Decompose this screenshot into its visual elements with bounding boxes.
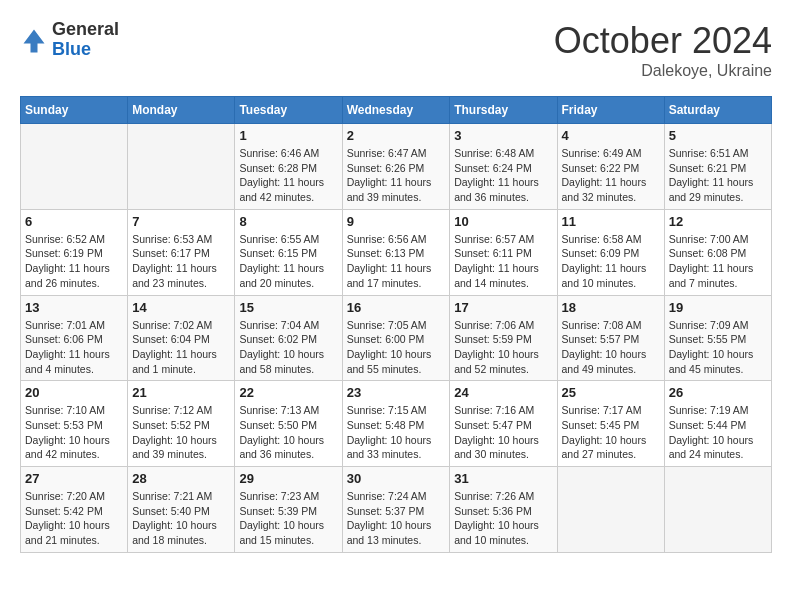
day-number: 6 — [25, 214, 123, 229]
day-number: 13 — [25, 300, 123, 315]
column-header-wednesday: Wednesday — [342, 97, 450, 124]
day-number: 11 — [562, 214, 660, 229]
column-header-sunday: Sunday — [21, 97, 128, 124]
day-number: 3 — [454, 128, 552, 143]
calendar-cell: 23Sunrise: 7:15 AM Sunset: 5:48 PM Dayli… — [342, 381, 450, 467]
day-info: Sunrise: 7:16 AM Sunset: 5:47 PM Dayligh… — [454, 403, 552, 462]
day-number: 24 — [454, 385, 552, 400]
day-number: 2 — [347, 128, 446, 143]
calendar-cell: 31Sunrise: 7:26 AM Sunset: 5:36 PM Dayli… — [450, 467, 557, 553]
calendar-cell: 22Sunrise: 7:13 AM Sunset: 5:50 PM Dayli… — [235, 381, 342, 467]
calendar-cell — [21, 124, 128, 210]
day-number: 7 — [132, 214, 230, 229]
calendar-week-row: 13Sunrise: 7:01 AM Sunset: 6:06 PM Dayli… — [21, 295, 772, 381]
day-number: 22 — [239, 385, 337, 400]
calendar-cell: 19Sunrise: 7:09 AM Sunset: 5:55 PM Dayli… — [664, 295, 771, 381]
day-number: 28 — [132, 471, 230, 486]
calendar-week-row: 1Sunrise: 6:46 AM Sunset: 6:28 PM Daylig… — [21, 124, 772, 210]
calendar-cell: 1Sunrise: 6:46 AM Sunset: 6:28 PM Daylig… — [235, 124, 342, 210]
calendar-cell: 15Sunrise: 7:04 AM Sunset: 6:02 PM Dayli… — [235, 295, 342, 381]
calendar-cell: 4Sunrise: 6:49 AM Sunset: 6:22 PM Daylig… — [557, 124, 664, 210]
calendar-cell — [557, 467, 664, 553]
page-header: General Blue October 2024 Dalekoye, Ukra… — [20, 20, 772, 80]
logo-icon — [20, 26, 48, 54]
day-number: 1 — [239, 128, 337, 143]
day-info: Sunrise: 6:48 AM Sunset: 6:24 PM Dayligh… — [454, 146, 552, 205]
calendar-cell: 24Sunrise: 7:16 AM Sunset: 5:47 PM Dayli… — [450, 381, 557, 467]
day-info: Sunrise: 6:49 AM Sunset: 6:22 PM Dayligh… — [562, 146, 660, 205]
day-number: 20 — [25, 385, 123, 400]
day-info: Sunrise: 7:17 AM Sunset: 5:45 PM Dayligh… — [562, 403, 660, 462]
calendar-table: SundayMondayTuesdayWednesdayThursdayFrid… — [20, 96, 772, 553]
day-number: 27 — [25, 471, 123, 486]
day-info: Sunrise: 7:13 AM Sunset: 5:50 PM Dayligh… — [239, 403, 337, 462]
day-info: Sunrise: 7:26 AM Sunset: 5:36 PM Dayligh… — [454, 489, 552, 548]
column-header-friday: Friday — [557, 97, 664, 124]
calendar-cell: 29Sunrise: 7:23 AM Sunset: 5:39 PM Dayli… — [235, 467, 342, 553]
day-number: 5 — [669, 128, 767, 143]
day-number: 17 — [454, 300, 552, 315]
day-number: 26 — [669, 385, 767, 400]
column-header-monday: Monday — [128, 97, 235, 124]
day-number: 4 — [562, 128, 660, 143]
calendar-cell: 2Sunrise: 6:47 AM Sunset: 6:26 PM Daylig… — [342, 124, 450, 210]
calendar-cell: 10Sunrise: 6:57 AM Sunset: 6:11 PM Dayli… — [450, 209, 557, 295]
calendar-week-row: 27Sunrise: 7:20 AM Sunset: 5:42 PM Dayli… — [21, 467, 772, 553]
day-info: Sunrise: 7:05 AM Sunset: 6:00 PM Dayligh… — [347, 318, 446, 377]
day-info: Sunrise: 7:24 AM Sunset: 5:37 PM Dayligh… — [347, 489, 446, 548]
location-title: Dalekoye, Ukraine — [554, 62, 772, 80]
calendar-cell: 27Sunrise: 7:20 AM Sunset: 5:42 PM Dayli… — [21, 467, 128, 553]
calendar-cell: 14Sunrise: 7:02 AM Sunset: 6:04 PM Dayli… — [128, 295, 235, 381]
day-info: Sunrise: 6:53 AM Sunset: 6:17 PM Dayligh… — [132, 232, 230, 291]
day-number: 30 — [347, 471, 446, 486]
calendar-cell: 8Sunrise: 6:55 AM Sunset: 6:15 PM Daylig… — [235, 209, 342, 295]
day-info: Sunrise: 7:04 AM Sunset: 6:02 PM Dayligh… — [239, 318, 337, 377]
day-info: Sunrise: 7:15 AM Sunset: 5:48 PM Dayligh… — [347, 403, 446, 462]
logo-blue-text: Blue — [52, 40, 119, 60]
calendar-cell: 3Sunrise: 6:48 AM Sunset: 6:24 PM Daylig… — [450, 124, 557, 210]
day-info: Sunrise: 7:06 AM Sunset: 5:59 PM Dayligh… — [454, 318, 552, 377]
day-info: Sunrise: 6:46 AM Sunset: 6:28 PM Dayligh… — [239, 146, 337, 205]
day-number: 29 — [239, 471, 337, 486]
day-number: 12 — [669, 214, 767, 229]
calendar-cell: 12Sunrise: 7:00 AM Sunset: 6:08 PM Dayli… — [664, 209, 771, 295]
column-header-thursday: Thursday — [450, 97, 557, 124]
day-info: Sunrise: 6:58 AM Sunset: 6:09 PM Dayligh… — [562, 232, 660, 291]
calendar-cell: 26Sunrise: 7:19 AM Sunset: 5:44 PM Dayli… — [664, 381, 771, 467]
day-info: Sunrise: 7:09 AM Sunset: 5:55 PM Dayligh… — [669, 318, 767, 377]
day-number: 16 — [347, 300, 446, 315]
calendar-cell: 13Sunrise: 7:01 AM Sunset: 6:06 PM Dayli… — [21, 295, 128, 381]
day-info: Sunrise: 6:47 AM Sunset: 6:26 PM Dayligh… — [347, 146, 446, 205]
day-number: 19 — [669, 300, 767, 315]
calendar-cell: 11Sunrise: 6:58 AM Sunset: 6:09 PM Dayli… — [557, 209, 664, 295]
day-number: 8 — [239, 214, 337, 229]
day-info: Sunrise: 7:10 AM Sunset: 5:53 PM Dayligh… — [25, 403, 123, 462]
day-number: 9 — [347, 214, 446, 229]
day-info: Sunrise: 7:23 AM Sunset: 5:39 PM Dayligh… — [239, 489, 337, 548]
day-info: Sunrise: 7:01 AM Sunset: 6:06 PM Dayligh… — [25, 318, 123, 377]
calendar-cell: 9Sunrise: 6:56 AM Sunset: 6:13 PM Daylig… — [342, 209, 450, 295]
calendar-cell: 28Sunrise: 7:21 AM Sunset: 5:40 PM Dayli… — [128, 467, 235, 553]
day-number: 23 — [347, 385, 446, 400]
logo-general-text: General — [52, 20, 119, 40]
calendar-cell: 6Sunrise: 6:52 AM Sunset: 6:19 PM Daylig… — [21, 209, 128, 295]
calendar-cell: 25Sunrise: 7:17 AM Sunset: 5:45 PM Dayli… — [557, 381, 664, 467]
calendar-cell: 5Sunrise: 6:51 AM Sunset: 6:21 PM Daylig… — [664, 124, 771, 210]
calendar-cell: 18Sunrise: 7:08 AM Sunset: 5:57 PM Dayli… — [557, 295, 664, 381]
day-info: Sunrise: 6:55 AM Sunset: 6:15 PM Dayligh… — [239, 232, 337, 291]
day-info: Sunrise: 7:02 AM Sunset: 6:04 PM Dayligh… — [132, 318, 230, 377]
day-info: Sunrise: 6:56 AM Sunset: 6:13 PM Dayligh… — [347, 232, 446, 291]
calendar-week-row: 6Sunrise: 6:52 AM Sunset: 6:19 PM Daylig… — [21, 209, 772, 295]
day-number: 21 — [132, 385, 230, 400]
day-info: Sunrise: 7:00 AM Sunset: 6:08 PM Dayligh… — [669, 232, 767, 291]
day-number: 14 — [132, 300, 230, 315]
day-info: Sunrise: 6:51 AM Sunset: 6:21 PM Dayligh… — [669, 146, 767, 205]
day-info: Sunrise: 6:52 AM Sunset: 6:19 PM Dayligh… — [25, 232, 123, 291]
day-info: Sunrise: 7:21 AM Sunset: 5:40 PM Dayligh… — [132, 489, 230, 548]
calendar-cell: 16Sunrise: 7:05 AM Sunset: 6:00 PM Dayli… — [342, 295, 450, 381]
calendar-cell — [128, 124, 235, 210]
day-info: Sunrise: 7:08 AM Sunset: 5:57 PM Dayligh… — [562, 318, 660, 377]
day-number: 25 — [562, 385, 660, 400]
logo: General Blue — [20, 20, 119, 60]
day-info: Sunrise: 6:57 AM Sunset: 6:11 PM Dayligh… — [454, 232, 552, 291]
